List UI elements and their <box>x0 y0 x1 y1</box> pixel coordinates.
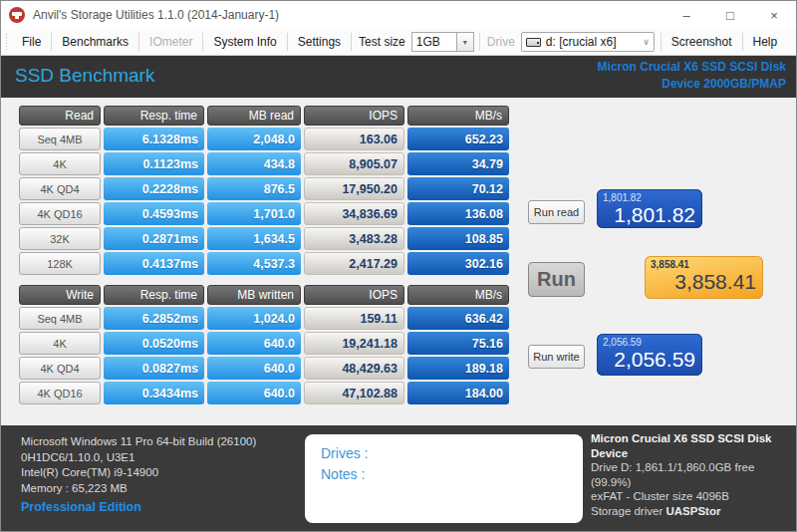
row-label: 4K QD16 <box>19 382 101 404</box>
device-detail-panel: Micron Crucial X6 SSD SCSI Disk Device D… <box>591 431 796 532</box>
value-cell: 3,483.28 <box>304 227 404 250</box>
write-score-box: 2,056.59 2,056.59 <box>597 334 702 376</box>
column-header: Read <box>19 106 101 126</box>
drive-select[interactable]: d: [crucial x6] ∨ <box>521 32 655 52</box>
total-score-small: 3,858.41 <box>651 259 756 270</box>
drive-select-value: d: [crucial x6] <box>546 35 617 49</box>
value-cell: 434.8 <box>207 152 301 175</box>
column-header: MB/s <box>407 106 509 126</box>
value-cell: 0.2228ms <box>104 177 204 200</box>
test-size-dropdown-icon[interactable]: ▼ <box>457 32 474 52</box>
menu-separator <box>287 33 288 51</box>
menu-help[interactable]: Help <box>744 29 787 55</box>
system-info-text: Microsoft Windows 11 Pro 64-bit Build (2… <box>21 434 256 496</box>
menu-iometer: IOmeter <box>140 29 201 55</box>
value-cell: 640.0 <box>207 382 301 404</box>
write-table: WriteResp. timeMB writtenIOPSMB/sSeq 4MB… <box>19 285 509 406</box>
storage-driver-line: Storage driver UASPStor <box>591 504 796 519</box>
run-read-button[interactable]: Run read <box>528 200 585 224</box>
row-label: 4K QD16 <box>19 202 101 225</box>
device-info-line1: Micron Crucial X6 SSD SCSI Disk <box>598 59 786 76</box>
device-info-line2: Device 2000GB/PMAP <box>598 76 786 93</box>
menu-system-info[interactable]: System Info <box>204 29 285 55</box>
test-size-input[interactable]: 1GB <box>411 32 457 52</box>
value-cell: 640.0 <box>207 332 301 355</box>
column-header: Resp. time <box>104 285 204 305</box>
value-cell: 34.79 <box>407 152 509 175</box>
table-row: Seq 4MB6.1328ms2,048.0163.06652.23 <box>19 128 509 150</box>
edition-label: Professional Edition <box>21 500 141 514</box>
value-cell: 1,024.0 <box>207 307 301 330</box>
column-header: Resp. time <box>104 106 204 126</box>
table-row: 4K0.0520ms640.019,241.1875.16 <box>19 332 509 355</box>
row-label: 4K <box>19 332 101 355</box>
value-cell: 0.2871ms <box>104 227 204 250</box>
drive-icon <box>526 38 541 47</box>
row-label: 4K <box>19 152 101 175</box>
value-cell: 4,537.3 <box>207 252 301 275</box>
app-window: Anvil's Storage Utilities 1.1.0 (2014-Ja… <box>0 0 797 532</box>
storage-driver-label: Storage driver <box>591 505 663 517</box>
value-cell: 189.18 <box>407 357 509 380</box>
value-cell: 47,102.88 <box>304 382 404 404</box>
value-cell: 184.00 <box>407 382 509 404</box>
menu-benchmarks[interactable]: Benchmarks <box>53 29 137 55</box>
value-cell: 6.2852ms <box>104 307 204 330</box>
value-cell: 636.42 <box>407 307 509 330</box>
test-size-label: Test size <box>353 35 411 49</box>
footer-panel: Microsoft Windows 11 Pro 64-bit Build (2… <box>1 425 796 532</box>
chevron-down-icon: ∨ <box>643 37 650 47</box>
notes-box[interactable]: Drives : Notes : <box>305 434 583 523</box>
column-header: IOPS <box>304 285 404 305</box>
read-score-box: 1,801.82 1,801.82 <box>597 189 702 228</box>
value-cell: 0.0520ms <box>104 332 204 355</box>
run-write-button[interactable]: Run write <box>528 345 585 369</box>
notes-label: Notes : <box>321 464 583 485</box>
value-cell: 652.23 <box>407 128 509 150</box>
window-title: Anvil's Storage Utilities 1.1.0 (2014-Ja… <box>33 8 279 22</box>
value-cell: 19,241.18 <box>304 332 404 355</box>
maximize-button[interactable]: □ <box>708 1 752 29</box>
value-cell: 48,429.63 <box>304 357 404 380</box>
value-cell: 1,701.0 <box>207 202 301 225</box>
menu-separator <box>351 33 352 51</box>
total-score-box: 3,858.41 3,858.41 <box>645 256 763 299</box>
menu-separator <box>742 33 743 51</box>
device-fs-line: exFAT - Cluster size 4096B <box>591 489 796 504</box>
storage-driver-value: UASPStor <box>665 505 720 517</box>
value-cell: 17,950.20 <box>304 177 404 200</box>
value-cell: 136.08 <box>407 202 509 225</box>
toolbar-gripper <box>5 33 9 51</box>
table-row: 128K0.4137ms4,537.32,417.29302.16 <box>19 252 509 275</box>
title-bar: Anvil's Storage Utilities 1.1.0 (2014-Ja… <box>1 1 796 29</box>
app-icon <box>9 7 25 23</box>
menu-settings[interactable]: Settings <box>289 29 350 55</box>
table-header-row: ReadResp. timeMB readIOPSMB/s <box>19 106 509 126</box>
value-cell: 1,634.5 <box>207 227 301 250</box>
value-cell: 302.16 <box>407 252 509 275</box>
value-cell: 34,836.69 <box>304 202 404 225</box>
minimize-button[interactable]: – <box>664 1 708 29</box>
device-drive-line: Drive D: 1,861.1/1,860.0GB free (99.9%) <box>591 460 796 489</box>
value-cell: 163.06 <box>304 128 404 150</box>
table-row: 4K0.1123ms434.88,905.0734.79 <box>19 152 509 175</box>
row-label: Seq 4MB <box>19 307 101 330</box>
menu-file[interactable]: File <box>13 29 50 55</box>
row-label: Seq 4MB <box>19 128 101 150</box>
device-detail-title: Micron Crucial X6 SSD SCSI Disk Device <box>591 431 796 460</box>
value-cell: 0.1123ms <box>104 152 204 175</box>
benchmark-header: SSD Benchmark Micron Crucial X6 SSD SCSI… <box>1 56 796 98</box>
value-cell: 0.3434ms <box>104 382 204 404</box>
menu-separator <box>661 33 662 51</box>
device-info: Micron Crucial X6 SSD SCSI Disk Device 2… <box>598 59 786 93</box>
run-button[interactable]: Run <box>528 262 585 297</box>
column-header: IOPS <box>304 106 404 126</box>
read-table: ReadResp. timeMB readIOPSMB/sSeq 4MB6.13… <box>19 106 509 277</box>
table-row: Seq 4MB6.2852ms1,024.0159.11636.42 <box>19 307 509 330</box>
value-cell: 8,905.07 <box>304 152 404 175</box>
column-header: MB/s <box>407 285 509 305</box>
drives-label: Drives : <box>321 443 583 464</box>
close-button[interactable]: × <box>752 1 796 29</box>
menu-separator <box>51 33 52 51</box>
menu-screenshot[interactable]: Screenshot <box>663 29 741 55</box>
